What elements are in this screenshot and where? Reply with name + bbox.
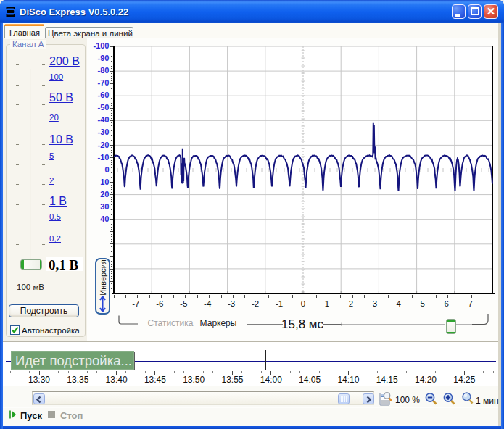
svg-text:14:05: 14:05	[299, 375, 321, 385]
svg-text:14:20: 14:20	[415, 375, 437, 385]
svg-text:13:45: 13:45	[144, 375, 166, 385]
svg-text:13:50: 13:50	[183, 375, 205, 385]
svg-text:14:10: 14:10	[337, 375, 359, 385]
svg-text:13:35: 13:35	[67, 375, 88, 385]
svg-text:13:40: 13:40	[106, 375, 128, 385]
svg-text:14:25: 14:25	[453, 375, 475, 385]
svg-text:14:15: 14:15	[376, 375, 398, 385]
svg-text:14:00: 14:00	[260, 375, 282, 385]
svg-text:13:55: 13:55	[221, 375, 243, 385]
svg-text:13:30: 13:30	[28, 375, 50, 385]
